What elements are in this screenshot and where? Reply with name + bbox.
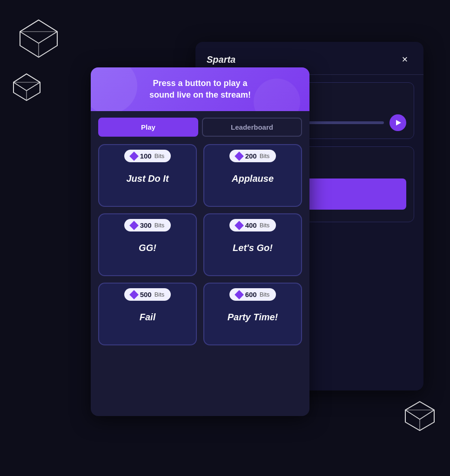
svg-line-1 — [20, 20, 39, 32]
svg-line-8 — [13, 74, 27, 82]
bits-diamond-icon — [129, 152, 139, 161]
svg-line-11 — [27, 82, 40, 91]
svg-line-16 — [420, 402, 434, 410]
bits-label-applause: Bits — [260, 152, 270, 159]
play-icon — [396, 120, 401, 126]
bits-badge-party-time: 600 Bits — [229, 288, 276, 301]
svg-line-17 — [405, 410, 420, 419]
svg-line-9 — [27, 74, 40, 82]
sound-name-gg: GG! — [139, 243, 156, 253]
bits-badge-applause: 200 Bits — [229, 150, 276, 162]
bits-badge-just-do-it: 100 Bits — [124, 150, 171, 162]
bits-label-fail: Bits — [154, 291, 165, 298]
bits-count-just-do-it: 100 — [140, 152, 152, 160]
diamond-icon-small — [12, 72, 42, 104]
bits-label-just-do-it: Bits — [154, 152, 165, 159]
bits-label-party-time: Bits — [260, 291, 270, 298]
svg-line-2 — [39, 20, 57, 32]
bits-badge-gg: 300 Bits — [124, 219, 171, 231]
header-banner: Press a button to play a sound live on t… — [91, 67, 309, 111]
bits-badge-lets-go: 400 Bits — [229, 219, 276, 231]
tab-play[interactable]: Play — [98, 118, 198, 137]
bits-count-fail: 500 — [140, 291, 152, 298]
close-button[interactable]: × — [397, 52, 412, 67]
bits-count-lets-go: 400 — [245, 221, 257, 229]
bits-diamond-icon — [235, 290, 244, 299]
bits-diamond-icon — [235, 152, 244, 161]
tab-leaderboard-label: Leaderboard — [231, 123, 273, 131]
diamond-icon-bottom-right — [403, 400, 436, 434]
bits-diamond-icon — [129, 221, 139, 230]
svg-line-3 — [20, 32, 39, 43]
bits-count-gg: 300 — [140, 221, 152, 229]
sound-card-fail[interactable]: 500 Bits Fail — [98, 283, 197, 345]
sound-name-applause: Applause — [232, 173, 274, 184]
sound-name-just-do-it: Just Do It — [126, 173, 168, 184]
svg-line-15 — [405, 402, 420, 410]
bits-diamond-icon — [235, 221, 244, 230]
sound-card-party-time[interactable]: 600 Bits Party Time! — [203, 283, 302, 345]
header-text: Press a button to play a sound live on t… — [100, 78, 300, 101]
sound-card-gg[interactable]: 300 Bits GG! — [98, 213, 197, 276]
sound-card-just-do-it[interactable]: 100 Bits Just Do It — [98, 144, 197, 207]
main-panel: Press a button to play a sound live on t… — [91, 67, 309, 416]
sound-name-lets-go: Let's Go! — [233, 243, 273, 253]
play-button[interactable] — [390, 114, 406, 131]
sound-card-applause[interactable]: 200 Bits Applause — [203, 144, 302, 207]
bits-badge-fail: 500 Bits — [124, 288, 171, 301]
bits-label-gg: Bits — [154, 222, 165, 229]
svg-line-10 — [13, 82, 27, 91]
header-line1: Press a button to play a — [153, 79, 247, 88]
bits-count-applause: 200 — [245, 152, 257, 160]
bits-diamond-icon — [129, 290, 139, 299]
sound-grid: 100 Bits Just Do It 200 Bits Applause 30… — [91, 137, 309, 353]
sound-name-party-time: Party Time! — [228, 312, 278, 323]
bits-label-lets-go: Bits — [260, 222, 270, 229]
back-panel-title: Sparta — [207, 54, 235, 65]
tab-leaderboard[interactable]: Leaderboard — [202, 118, 302, 137]
sound-name-fail: Fail — [140, 312, 155, 323]
bits-count-party-time: 600 — [245, 291, 257, 298]
tab-bar: Play Leaderboard — [91, 111, 309, 137]
header-line2: sound live on the stream! — [149, 90, 251, 99]
tab-play-label: Play — [141, 123, 155, 131]
svg-line-4 — [39, 32, 57, 43]
diamond-icon-large — [18, 18, 60, 61]
sound-card-lets-go[interactable]: 400 Bits Let's Go! — [203, 213, 302, 276]
svg-line-18 — [420, 410, 434, 419]
